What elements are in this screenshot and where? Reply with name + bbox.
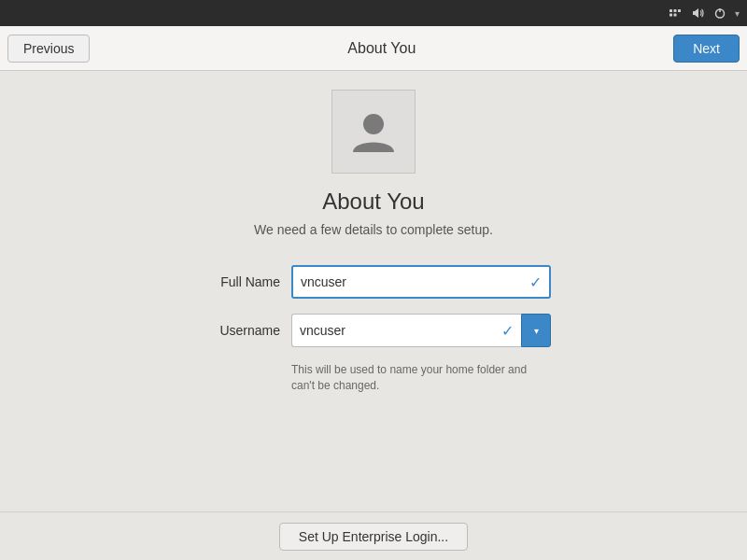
main-content: About You We need a few details to compl… [0, 71, 747, 560]
svg-rect-1 [674, 9, 677, 12]
volume-icon[interactable] [690, 6, 705, 21]
about-you-heading: About You [322, 189, 424, 215]
svg-rect-4 [674, 14, 677, 17]
full-name-input[interactable] [293, 267, 522, 297]
enterprise-login-button[interactable]: Set Up Enterprise Login... [279, 523, 468, 551]
chevron-down-icon: ▾ [534, 326, 539, 336]
page-title: About You [347, 40, 416, 57]
username-input-part: ✓ [291, 314, 521, 347]
power-icon[interactable] [712, 6, 727, 21]
username-check-icon: ✓ [494, 322, 521, 340]
username-input[interactable] [292, 315, 494, 346]
user-form: Full Name ✓ Username ✓ ▾ This will be us… [196, 265, 551, 394]
avatar[interactable] [331, 90, 416, 174]
full-name-row: Full Name ✓ [196, 265, 551, 299]
system-bar: ▾ [0, 0, 747, 26]
header-bar: Previous About You Next [0, 26, 747, 71]
svg-point-7 [363, 114, 384, 134]
bottom-bar: Set Up Enterprise Login... [0, 511, 747, 560]
username-dropdown-button[interactable]: ▾ [521, 314, 551, 347]
full-name-label: Full Name [196, 274, 280, 289]
username-row: Username ✓ ▾ [196, 314, 551, 347]
full-name-check-icon: ✓ [522, 273, 549, 291]
about-you-subheading: We need a few details to complete setup. [254, 222, 493, 237]
username-field-wrapper: ✓ ▾ [291, 314, 551, 347]
full-name-input-wrapper: ✓ [291, 265, 551, 299]
previous-button[interactable]: Previous [7, 35, 90, 63]
next-button[interactable]: Next [673, 35, 740, 63]
svg-rect-0 [669, 9, 672, 12]
username-label: Username [196, 323, 280, 338]
svg-rect-2 [678, 9, 681, 12]
network-icon[interactable] [668, 6, 683, 21]
chevron-down-icon[interactable]: ▾ [735, 8, 740, 19]
username-hint: This will be used to name your home fold… [291, 362, 543, 394]
svg-rect-3 [669, 14, 672, 17]
